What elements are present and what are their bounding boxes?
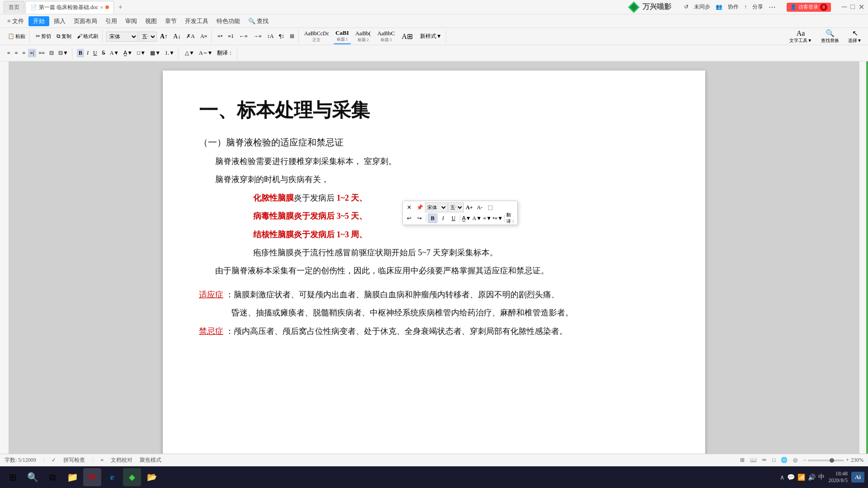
mini-undo-icon[interactable]: ↩ <box>404 213 414 223</box>
paste-button[interactable]: 📋 粘贴 <box>5 32 28 41</box>
ai-badge[interactable]: Ai <box>851 472 864 483</box>
close-button[interactable]: ✕ <box>859 3 864 11</box>
menu-review[interactable]: 审阅 <box>122 16 141 26</box>
find-replace-button[interactable]: 🔍 查找替换 <box>818 28 842 45</box>
mini-font-grow-icon[interactable]: A+ <box>464 202 474 212</box>
minimize-button[interactable]: ─ <box>842 3 847 11</box>
mini-highlight-color-btn[interactable]: A̲▼ <box>462 213 472 223</box>
new-style-button[interactable]: 新样式▼ <box>418 32 444 41</box>
style-normal[interactable]: AaBbCcDc 正文 <box>302 29 331 44</box>
menu-view[interactable]: 视图 <box>142 16 160 26</box>
bold-button[interactable]: B <box>77 49 84 57</box>
mini-expand-icon[interactable]: ⬚ <box>485 202 495 212</box>
font-family-select[interactable]: 宋体 <box>106 32 138 42</box>
menu-reference[interactable]: 引用 <box>102 16 121 26</box>
wps-taskbar-button[interactable]: W <box>83 468 101 486</box>
line-spacing-button[interactable]: ↕A <box>265 32 276 41</box>
borders-button[interactable]: ⊞ <box>288 32 297 41</box>
view-web-icon[interactable]: 🌐 <box>781 457 788 464</box>
document-area[interactable]: 一、标本处理与采集 （一）脑脊液检验的适应症和禁忌证 脑脊液检验需要进行腰椎穿刺… <box>9 61 859 454</box>
cut-button[interactable]: ✂ 剪切 <box>33 32 53 41</box>
select-button[interactable]: ↖ 选择▼ <box>845 28 864 45</box>
tab-doc[interactable]: 📄 第一篇 临床检验基础.doc ✕ <box>25 1 114 14</box>
indent-decrease-button[interactable]: ←≡ <box>237 32 250 41</box>
view-write-icon[interactable]: ✏ <box>762 457 767 464</box>
menu-start[interactable]: 开始 <box>28 16 49 26</box>
mini-size-select[interactable]: 五号 <box>448 202 464 212</box>
app3-button[interactable]: ◆ <box>123 468 141 486</box>
tab-home[interactable]: 首页 <box>4 1 24 14</box>
highlight-button[interactable]: A▼ <box>108 49 121 57</box>
indent-increase-button[interactable]: →≡ <box>251 32 264 41</box>
font-size-select[interactable]: 五号 <box>139 32 157 42</box>
menu-insert[interactable]: 插入 <box>50 16 69 26</box>
menu-layout[interactable]: 页面布局 <box>70 16 101 26</box>
start-button[interactable]: ⊞ <box>4 468 22 486</box>
mini-italic-button[interactable]: I <box>438 213 448 223</box>
paragraph-spacing-button[interactable]: ¶↕ <box>277 32 286 41</box>
mini-font-shrink-icon[interactable]: A- <box>475 202 485 212</box>
clear-format-button[interactable]: ✗A <box>184 32 197 41</box>
italic-button[interactable]: I <box>85 49 90 57</box>
tray-up-icon[interactable]: ∧ <box>780 474 784 481</box>
mini-underline-button[interactable]: U <box>448 213 458 223</box>
strikethrough-button[interactable]: S̶ <box>100 49 107 57</box>
menu-search[interactable]: 🔍 查找 <box>245 16 272 26</box>
align-left-button[interactable]: ≡ <box>5 49 12 57</box>
underline-button[interactable]: U <box>91 49 99 57</box>
font-increase-button[interactable]: A↑ <box>158 32 170 41</box>
view-normal-icon[interactable]: ⊞ <box>740 457 745 464</box>
view-preview-icon[interactable]: □ <box>772 457 775 464</box>
align-right-button[interactable]: ≡ <box>21 49 28 57</box>
font-color-button[interactable]: A̲▼ <box>122 49 134 57</box>
shape-button[interactable]: △▼ <box>183 49 196 57</box>
zoom-minus-button[interactable]: − <box>803 457 806 464</box>
menu-section[interactable]: 章节 <box>161 16 180 26</box>
sync-label[interactable]: 未同步 <box>694 3 710 11</box>
format-brush-button[interactable]: 🖌 格式刷 <box>75 32 100 41</box>
focus-mode-label[interactable]: 聚焦模式 <box>140 456 161 464</box>
mini-pin-icon[interactable]: 📌 <box>415 202 425 212</box>
wordart-button[interactable]: A∼▼ <box>197 49 215 57</box>
volume-icon[interactable]: 🔊 <box>808 474 816 481</box>
mini-redo-icon[interactable]: ↪ <box>415 213 425 223</box>
mini-translate-btn[interactable]: 翻译： <box>506 213 516 223</box>
share-label[interactable]: 分享 <box>752 3 763 11</box>
copy-button[interactable]: ⧉ 复制 <box>54 32 74 41</box>
align-justify-button[interactable]: ≡| <box>28 49 36 57</box>
menu-features[interactable]: 特色功能 <box>213 16 244 26</box>
search-button[interactable]: 🔍 <box>24 468 42 486</box>
style-h3[interactable]: AaBbC 标题 3 <box>375 29 396 44</box>
menu-dev[interactable]: 开发工具 <box>181 16 212 26</box>
style-h2[interactable]: AaBb( 标题 2 <box>354 29 373 44</box>
align-distribute-button[interactable]: ≡≡ <box>37 49 47 57</box>
spell-check-label[interactable]: 拼写检查 <box>63 456 85 464</box>
numbering-button[interactable]: 1.▼ <box>163 49 176 57</box>
style-more-button[interactable]: A⊞ <box>399 31 415 42</box>
mini-align-btn[interactable]: ≡▼ <box>482 213 492 223</box>
style-h1[interactable]: CaBI 标题 1 <box>334 28 351 44</box>
text-tools-button[interactable]: Aa 文字工具▼ <box>787 28 815 45</box>
mini-font-select[interactable]: 宋体 <box>425 202 448 212</box>
border-button[interactable]: □▼ <box>135 49 147 57</box>
char-spacing-button[interactable]: A≡ <box>198 32 209 41</box>
column-more-button[interactable]: ⊟▼ <box>57 49 70 57</box>
more-icon[interactable]: ⋯ <box>769 3 776 11</box>
visitor-login-button[interactable]: 👤 访客登录 8 <box>787 3 831 12</box>
translate-button[interactable]: 翻译： <box>215 48 235 58</box>
column-button[interactable]: ⊟ <box>47 49 56 57</box>
browser-button[interactable]: e <box>103 468 121 486</box>
align-center-button[interactable]: ≡ <box>13 49 20 57</box>
wifi-icon[interactable]: 📶 <box>797 474 805 481</box>
collab-label[interactable]: 协作 <box>728 3 739 11</box>
view-read-icon[interactable]: 📖 <box>750 457 757 464</box>
tab-close-icon[interactable]: ✕ <box>100 5 104 10</box>
tab-add-button[interactable]: + <box>115 2 126 13</box>
task-view-button[interactable]: ⧉ <box>43 468 61 486</box>
font-decrease-button[interactable]: A↓ <box>171 32 183 41</box>
zoom-slider[interactable] <box>808 460 844 461</box>
wechat-icon[interactable]: 💬 <box>787 474 795 481</box>
shading-button[interactable]: ▦▼ <box>148 49 162 57</box>
mini-bold-button[interactable]: B <box>428 213 438 223</box>
mini-close-icon[interactable]: ✕ <box>404 202 414 212</box>
